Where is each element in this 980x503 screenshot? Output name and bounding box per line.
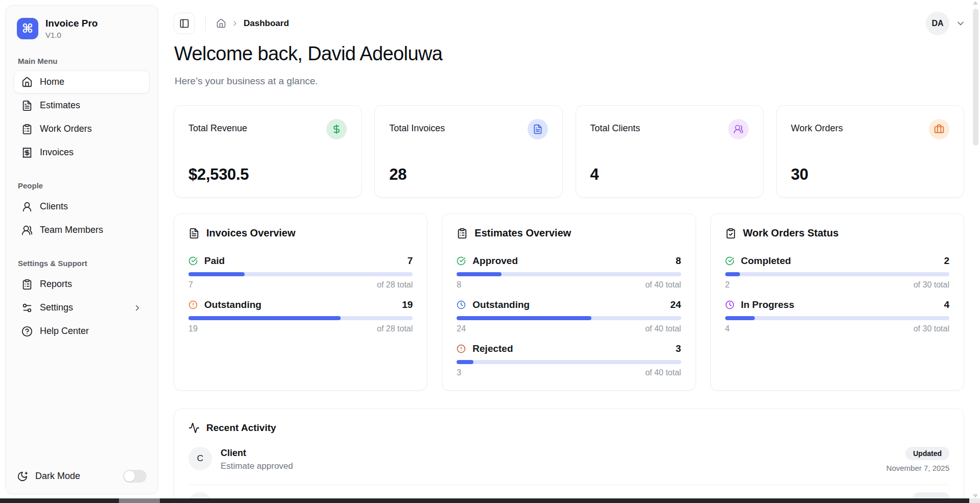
sidebar-item-invoices[interactable]: Invoices	[14, 141, 150, 164]
clipboard-list-icon	[457, 228, 468, 239]
sidebar-item-help-center[interactable]: Help Center	[14, 320, 150, 343]
file-text-icon	[188, 228, 200, 239]
card-title: Invoices Overview	[206, 227, 296, 239]
work-orders-status-card: Work Orders Status Completed 2 2 of 30 t…	[710, 213, 964, 391]
dollar-icon	[326, 119, 347, 139]
sidebar-item-label: Team Members	[40, 225, 103, 235]
section-label-settings-support: Settings & Support	[18, 259, 150, 268]
horizontal-scrollbar-thumb[interactable]	[119, 498, 160, 503]
breadcrumb-current[interactable]: Dashboard	[244, 18, 289, 29]
horizontal-scrollbar[interactable]	[0, 498, 980, 503]
stat-card-work-orders: Work Orders 30	[776, 105, 964, 198]
clock-icon	[457, 300, 466, 309]
stat-label: Total Invoices	[389, 123, 445, 134]
status-label: Paid	[204, 255, 225, 267]
sidebar-item-reports[interactable]: Reports	[14, 273, 150, 296]
estimates-overview-card: Estimates Overview Approved 8 8 of 40 to…	[442, 213, 696, 391]
dark-mode-label: Dark Mode	[35, 471, 80, 482]
status-label: Approved	[472, 255, 518, 267]
status-label: Completed	[741, 255, 791, 267]
topbar-divider	[205, 16, 206, 31]
stat-value: 28	[389, 165, 407, 184]
topbar: Dashboard DA	[174, 11, 966, 36]
sidebar-item-team-members[interactable]: Team Members	[14, 219, 150, 242]
sidebar-item-label: Estimates	[40, 100, 80, 111]
dark-mode-row: Dark Mode	[17, 470, 147, 483]
sliders-icon	[21, 302, 33, 314]
file-text-icon	[528, 119, 548, 139]
progress-bar	[188, 272, 413, 276]
scroll-up-arrow-icon[interactable]	[973, 1, 978, 5]
users-icon	[728, 119, 749, 139]
avatar[interactable]: DA	[926, 12, 949, 35]
status-badge: Updated	[905, 447, 949, 460]
command-icon: ⌘	[17, 18, 38, 39]
file-text-icon	[21, 100, 33, 111]
status-row-completed: Completed 2 2 of 30 total	[725, 255, 949, 290]
progress-bar	[188, 316, 413, 320]
breadcrumb-home-link[interactable]	[216, 18, 226, 29]
progress-current: 4	[725, 324, 730, 333]
scroll-down-arrow-icon[interactable]	[973, 494, 978, 498]
panel-left-icon	[179, 18, 189, 29]
progress-total: of 30 total	[914, 280, 949, 290]
section-label-main-menu: Main Menu	[18, 57, 150, 65]
status-row-rejected: Rejected 3 3 of 40 total	[457, 343, 681, 377]
nav-main-menu: Home Estimates Work Orders Invoices	[14, 70, 150, 164]
status-label: In Progress	[741, 299, 795, 310]
card-title: Work Orders Status	[743, 227, 839, 239]
alert-circle-icon	[457, 344, 466, 353]
activity-icon	[188, 422, 200, 434]
progress-bar	[457, 272, 681, 276]
app-name: Invoice Pro	[45, 18, 98, 30]
sidebar-item-home[interactable]: Home	[14, 70, 150, 93]
activity-row[interactable]: C Client Estimate approved Updated Novem…	[188, 447, 949, 472]
progress-total: of 40 total	[645, 280, 681, 290]
status-row-outstanding: Outstanding 19 19 of 28 total	[188, 299, 413, 333]
status-value: 24	[671, 299, 681, 310]
app-logo: ⌘ Invoice Pro V1.0	[14, 18, 150, 39]
page-subtitle: Here’s your business at a glance.	[175, 76, 318, 87]
moon-star-icon	[17, 471, 28, 482]
clipboard-list-icon	[21, 124, 33, 135]
vertical-scrollbar[interactable]	[971, 0, 980, 503]
status-value: 4	[944, 299, 949, 310]
progress-current: 7	[188, 280, 193, 290]
sidebar-item-settings[interactable]: Settings	[14, 296, 150, 319]
sidebar-item-label: Clients	[40, 201, 68, 212]
sidebar-item-label: Settings	[40, 302, 73, 313]
status-value: 2	[944, 255, 949, 267]
activity-avatar: C	[188, 447, 212, 470]
sidebar-item-estimates[interactable]: Estimates	[14, 94, 150, 117]
vertical-scrollbar-thumb[interactable]	[973, 9, 978, 146]
status-value: 7	[408, 255, 413, 267]
check-circle-icon	[188, 256, 198, 266]
card-title: Estimates Overview	[474, 227, 571, 239]
user-menu[interactable]: DA	[926, 12, 966, 35]
sidebar-toggle-button[interactable]	[174, 13, 195, 34]
clipboard-check-icon	[725, 228, 736, 239]
briefcase-icon	[929, 119, 949, 139]
section-label-people: People	[18, 181, 150, 190]
sidebar: ⌘ Invoice Pro V1.0 Main Menu Home Estima…	[5, 5, 158, 494]
user-icon	[21, 201, 33, 212]
stat-cards: Total Revenue $2,530.5 Total Invoices 28…	[174, 105, 964, 198]
receipt-icon	[21, 147, 33, 158]
sidebar-item-label: Home	[40, 77, 64, 87]
breadcrumb-separator	[231, 19, 239, 28]
progress-current: 3	[457, 368, 461, 377]
page-title: Welcome back, David Adeoluwa	[174, 43, 442, 65]
sidebar-item-work-orders[interactable]: Work Orders	[14, 117, 150, 140]
chevron-right-icon	[231, 19, 239, 28]
sidebar-item-clients[interactable]: Clients	[14, 195, 150, 218]
help-circle-icon	[21, 326, 33, 337]
progress-current: 2	[725, 280, 730, 290]
activity-date: November 7, 2025	[887, 464, 949, 472]
stat-value: 4	[590, 165, 599, 184]
progress-bar	[457, 316, 681, 320]
stat-label: Total Clients	[590, 123, 640, 134]
progress-current: 19	[188, 324, 198, 333]
progress-bar	[457, 360, 681, 364]
dark-mode-toggle[interactable]	[123, 470, 147, 483]
status-label: Outstanding	[204, 299, 261, 310]
